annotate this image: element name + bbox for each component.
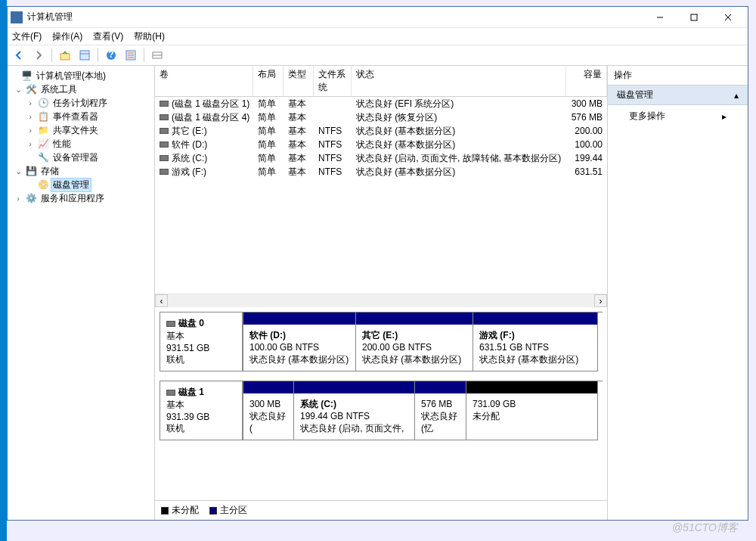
toolbar: ?	[8, 45, 748, 66]
menu-action[interactable]: 操作(A)	[52, 30, 82, 43]
services-icon: ⚙️	[25, 193, 37, 204]
svg-text:?: ?	[108, 49, 113, 60]
tree-devicemgr[interactable]: 🔧设备管理器	[8, 151, 154, 164]
back-button[interactable]	[11, 47, 27, 64]
col-type[interactable]: 类型	[284, 66, 314, 96]
partition[interactable]: 300 MB状态良好 (	[243, 381, 294, 440]
col-volume[interactable]: 卷	[155, 66, 253, 96]
volume-list[interactable]: (磁盘 1 磁盘分区 1)简单基本状态良好 (EFI 系统分区)300 MB(磁…	[155, 97, 607, 294]
col-layout[interactable]: 布局	[253, 66, 284, 96]
tree-eventviewer[interactable]: ›📋事件查看器	[8, 110, 154, 123]
disk-1-info[interactable]: 磁盘 1 基本931.39 GB联机	[160, 381, 243, 440]
volume-list-header[interactable]: 卷 布局 类型 文件系统 状态 容量	[155, 66, 607, 97]
tree-scheduler[interactable]: ›🕒任务计划程序	[8, 96, 154, 110]
disk-1-block[interactable]: 磁盘 1 基本931.39 GB联机 300 MB状态良好 (系统 (C:)19…	[160, 381, 603, 440]
forward-button[interactable]	[30, 47, 47, 64]
col-capacity[interactable]: 容量	[566, 66, 607, 96]
view-list-button[interactable]	[122, 47, 139, 64]
legend: 未分配 主分区	[155, 500, 607, 520]
volume-row[interactable]: 软件 (D:)简单基本NTFS状态良好 (基本数据分区)100.00	[155, 138, 607, 151]
actions-diskmgmt[interactable]: 磁盘管理▴	[608, 86, 748, 105]
actions-more[interactable]: 更多操作▸	[608, 105, 748, 127]
scroll-left-button[interactable]: ‹	[155, 294, 168, 307]
center-pane: 卷 布局 类型 文件系统 状态 容量 (磁盘 1 磁盘分区 1)简单基本状态良好…	[155, 66, 608, 520]
actions-header: 操作	[608, 66, 748, 86]
legend-primary-label: 主分区	[220, 504, 247, 517]
minimize-button[interactable]	[643, 7, 677, 28]
event-icon: 📋	[37, 111, 49, 122]
disk-icon: 📀	[37, 179, 49, 190]
tools-icon: 🛠️	[25, 84, 37, 95]
computer-icon: 🖥️	[20, 70, 33, 81]
disk-diagram: 磁盘 0 基本931.51 GB联机 软件 (D:)100.00 GB NTFS…	[155, 307, 607, 500]
partition[interactable]: 软件 (D:)100.00 GB NTFS状态良好 (基本数据分区)	[243, 312, 356, 372]
scroll-right-button[interactable]: ›	[594, 294, 607, 307]
menubar: 文件(F) 操作(A) 查看(V) 帮助(H)	[8, 28, 748, 45]
col-status[interactable]: 状态	[352, 66, 566, 96]
partition[interactable]: 游戏 (F:)631.51 GB NTFS状态良好 (基本数据分区)	[473, 312, 598, 372]
legend-primary-swatch	[209, 507, 217, 515]
partition[interactable]: 其它 (E:)200.00 GB NTFS状态良好 (基本数据分区)	[356, 312, 473, 372]
menu-file[interactable]: 文件(F)	[12, 30, 42, 43]
tree-services[interactable]: ›⚙️服务和应用程序	[8, 191, 154, 205]
collapse-icon: ▴	[734, 90, 739, 101]
horizontal-scrollbar[interactable]: ‹ ›	[155, 294, 607, 307]
svg-rect-1	[691, 14, 697, 20]
storage-icon: 💾	[25, 166, 37, 176]
chevron-right-icon: ▸	[722, 111, 727, 122]
volume-row[interactable]: (磁盘 1 磁盘分区 4)简单基本状态良好 (恢复分区)576 MB	[155, 110, 607, 124]
volume-row[interactable]: 其它 (E:)简单基本NTFS状态良好 (基本数据分区)200.00	[155, 124, 607, 138]
hdd-icon	[166, 321, 175, 327]
perf-icon: 📈	[37, 138, 49, 149]
actions-pane: 操作 磁盘管理▴ 更多操作▸	[608, 66, 748, 520]
cropped-edge	[750, 65, 756, 519]
tree-storage[interactable]: ⌄💾存储	[8, 164, 154, 178]
volume-row[interactable]: (磁盘 1 磁盘分区 1)简单基本状态良好 (EFI 系统分区)300 MB	[155, 97, 607, 110]
folder-icon: 📁	[37, 125, 49, 135]
svg-rect-5	[80, 51, 89, 60]
watermark: @51CTO博客	[672, 521, 738, 535]
properties-button[interactable]	[76, 47, 93, 64]
volume-row[interactable]: 系统 (C:)简单基本NTFS状态良好 (启动, 页面文件, 故障转储, 基本数…	[155, 151, 607, 165]
volume-row[interactable]: 游戏 (F:)简单基本NTFS状态良好 (基本数据分区)631.51	[155, 165, 607, 179]
view-details-button[interactable]	[149, 47, 166, 64]
scroll-track[interactable]	[168, 294, 594, 307]
titlebar[interactable]: 计算机管理	[8, 7, 748, 28]
tree-root[interactable]: 🖥️计算机管理(本地)	[8, 69, 154, 82]
nav-tree[interactable]: 🖥️计算机管理(本地) ⌄🛠️系统工具 ›🕒任务计划程序 ›📋事件查看器 ›📁共…	[8, 66, 155, 520]
menu-help[interactable]: 帮助(H)	[134, 30, 165, 43]
help-button[interactable]: ?	[103, 47, 119, 64]
tree-diskmgmt[interactable]: 📀磁盘管理	[8, 178, 154, 191]
disk-0-info[interactable]: 磁盘 0 基本931.51 GB联机	[160, 312, 243, 372]
partition[interactable]: 731.09 GB未分配	[466, 381, 598, 440]
close-button[interactable]	[711, 7, 745, 28]
menu-view[interactable]: 查看(V)	[93, 30, 123, 43]
device-icon: 🔧	[37, 152, 49, 163]
partition[interactable]: 系统 (C:)199.44 GB NTFS状态良好 (启动, 页面文件,	[294, 381, 415, 440]
svg-rect-4	[60, 54, 70, 60]
clock-icon: 🕒	[37, 98, 49, 108]
window-title: 计算机管理	[27, 11, 643, 23]
tree-sharedfolders[interactable]: ›📁共享文件夹	[8, 123, 154, 137]
tree-performance[interactable]: ›📈性能	[8, 137, 154, 151]
disk-0-block[interactable]: 磁盘 0 基本931.51 GB联机 软件 (D:)100.00 GB NTFS…	[160, 312, 603, 372]
legend-unallocated-label: 未分配	[172, 504, 199, 517]
desktop-left-strip	[0, 0, 7, 541]
hdd-icon	[166, 390, 175, 396]
tree-systools[interactable]: ⌄🛠️系统工具	[8, 82, 154, 96]
partition[interactable]: 576 MB状态良好 (忆	[415, 381, 466, 440]
up-button[interactable]	[57, 47, 73, 64]
maximize-button[interactable]	[677, 7, 711, 28]
legend-unallocated-swatch	[161, 507, 169, 515]
computer-management-window: 计算机管理 文件(F) 操作(A) 查看(V) 帮助(H) ?	[7, 6, 748, 521]
app-icon	[11, 11, 23, 23]
col-filesystem[interactable]: 文件系统	[314, 66, 352, 96]
